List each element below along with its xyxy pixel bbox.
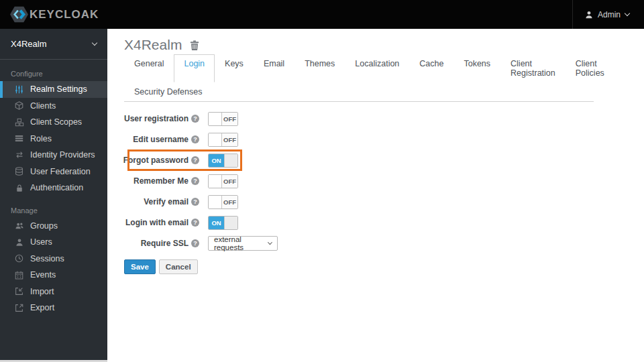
- user-registration-toggle[interactable]: OFF: [208, 112, 238, 126]
- sidebar-item-export[interactable]: Export: [0, 300, 107, 316]
- form-label-text: Forgot password: [123, 156, 189, 165]
- calendar-icon: [14, 271, 24, 280]
- form-label: Remember Me?: [124, 176, 199, 186]
- sidebar-item-label: Events: [30, 270, 56, 280]
- sidebar-item-label: Export: [30, 303, 54, 312]
- sidebar-item-label: Realm Settings: [30, 84, 87, 94]
- tab-localization[interactable]: Localization: [345, 54, 409, 82]
- form-label: Verify email?: [124, 197, 199, 206]
- form-label-text: Remember Me: [133, 176, 189, 186]
- form-row-user-registration: User registration?OFF: [124, 111, 238, 126]
- toggle-state-label: OFF: [222, 133, 237, 146]
- title-row: X4Realm: [124, 37, 644, 53]
- verify-email-toggle[interactable]: OFF: [208, 195, 238, 209]
- form-label-text: Verify email: [144, 197, 189, 206]
- keycloak-logo[interactable]: KEYCLOAK: [0, 5, 99, 23]
- sidebar-item-sessions[interactable]: Sessions: [0, 251, 107, 267]
- form-label-text: User registration: [124, 114, 189, 123]
- question-circle-icon[interactable]: ?: [191, 198, 199, 206]
- sidebar-item-authentication[interactable]: Authentication: [0, 180, 107, 196]
- form-row-require-ssl: Require SSL?external requests: [124, 236, 278, 251]
- question-circle-icon[interactable]: ?: [191, 177, 199, 185]
- tab-email[interactable]: Email: [254, 54, 294, 82]
- remember-me-toggle[interactable]: OFF: [208, 174, 238, 188]
- toggle-state-label: ON: [209, 217, 224, 229]
- realm-selector[interactable]: X4Realm: [0, 29, 107, 60]
- form-row-remember-me: Remember Me?OFF: [124, 174, 238, 188]
- sidebar-item-realm-settings[interactable]: Realm Settings: [0, 81, 107, 98]
- toggle-knob: [224, 154, 237, 167]
- tab-client-registration[interactable]: Client Registration: [500, 54, 566, 82]
- tab-themes[interactable]: Themes: [294, 54, 345, 82]
- form-buttons: SaveCancel: [124, 259, 644, 274]
- sidebar-item-clients[interactable]: Clients: [0, 98, 107, 115]
- form-label-text: Require SSL: [141, 239, 189, 248]
- form-label: Edit username?: [124, 135, 199, 144]
- form-label: Login with email?: [124, 218, 199, 227]
- page-title: X4Realm: [124, 37, 182, 53]
- sidebar-item-user-federation[interactable]: User Federation: [0, 164, 107, 180]
- tab-cache[interactable]: Cache: [409, 54, 453, 82]
- database-icon: [14, 167, 24, 176]
- question-circle-icon[interactable]: ?: [191, 156, 199, 164]
- select-value: external requests: [214, 235, 268, 251]
- sidebar-item-label: Authentication: [30, 183, 83, 192]
- form-label-text: Edit username: [133, 135, 189, 144]
- lock-icon: [14, 184, 24, 192]
- sidebar-item-label: Clients: [30, 101, 56, 111]
- tab-keys[interactable]: Keys: [215, 54, 254, 82]
- realm-selector-label: X4Realm: [11, 39, 46, 49]
- question-circle-icon[interactable]: ?: [191, 219, 199, 227]
- chevron-down-icon: [268, 240, 272, 245]
- form-row-login-with-email: Login with email?ON: [124, 215, 238, 230]
- sidebar-item-roles[interactable]: Roles: [0, 131, 107, 147]
- question-circle-icon[interactable]: ?: [191, 115, 199, 123]
- sidebar-item-label: User Federation: [30, 167, 91, 176]
- sidebar-item-import[interactable]: Import: [0, 284, 107, 300]
- require-ssl-select[interactable]: external requests: [208, 236, 278, 251]
- tab-security-defenses[interactable]: Security Defenses: [124, 82, 212, 101]
- question-circle-icon[interactable]: ?: [191, 135, 199, 143]
- trash-icon[interactable]: [190, 40, 199, 50]
- sidebar-item-client-scopes[interactable]: Client Scopes: [0, 114, 107, 131]
- edit-username-toggle[interactable]: OFF: [208, 133, 238, 147]
- tab-general[interactable]: General: [124, 54, 174, 82]
- form-row-verify-email: Verify email?OFF: [124, 194, 238, 209]
- list-icon: [14, 134, 24, 143]
- login-settings-form: User registration?OFFEdit username?OFFFo…: [124, 111, 644, 274]
- form-label-text: Login with email: [125, 218, 189, 227]
- form-label: Require SSL?: [124, 239, 199, 248]
- chevron-down-icon: [92, 40, 97, 45]
- tab-login[interactable]: Login: [174, 54, 215, 82]
- export-icon: [14, 304, 24, 312]
- cube-icon: [14, 101, 24, 110]
- form-label: Forgot password?: [124, 156, 199, 165]
- sidebar-item-label: Client Scopes: [30, 117, 82, 127]
- admin-menu[interactable]: Admin: [572, 0, 644, 29]
- brand-text: KEYCLOAK: [30, 8, 99, 21]
- sidebar-item-label: Import: [30, 287, 54, 296]
- sidebar-item-events[interactable]: Events: [0, 267, 107, 284]
- form-label: User registration?: [124, 114, 199, 123]
- sidebar-item-label: Identity Providers: [30, 150, 95, 160]
- nav-section-label: Configure: [0, 70, 107, 78]
- sidebar-item-label: Users: [30, 237, 52, 247]
- save-button[interactable]: Save: [124, 259, 156, 274]
- sidebar-item-identity-providers[interactable]: Identity Providers: [0, 147, 107, 164]
- sidebar-item-groups[interactable]: Groups: [0, 218, 107, 235]
- cancel-button[interactable]: Cancel: [159, 259, 198, 274]
- exchange-icon: [14, 151, 24, 159]
- sidebar-nav: ConfigureRealm SettingsClientsClient Sco…: [0, 70, 107, 316]
- cubes-icon: [14, 118, 24, 127]
- keycloak-hexagon-icon: [10, 5, 28, 23]
- form-row-forgot-password: Forgot password?ON: [124, 153, 238, 168]
- login-with-email-toggle[interactable]: ON: [208, 216, 238, 230]
- tab-client-policies[interactable]: Client Policies: [566, 54, 614, 82]
- question-circle-icon[interactable]: ?: [191, 239, 199, 247]
- sidebar-item-users[interactable]: Users: [0, 234, 107, 251]
- sliders-icon: [14, 85, 24, 94]
- forgot-password-toggle[interactable]: ON: [208, 154, 238, 168]
- person-icon: [585, 11, 593, 19]
- form-row-edit-username: Edit username?OFF: [124, 132, 238, 147]
- tab-tokens[interactable]: Tokens: [453, 54, 500, 82]
